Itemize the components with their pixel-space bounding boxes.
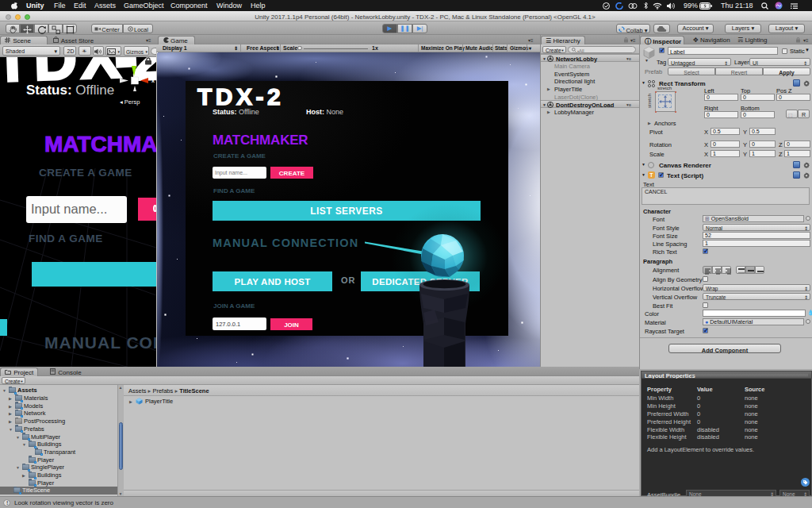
svg-text:x: x — [151, 78, 155, 83]
